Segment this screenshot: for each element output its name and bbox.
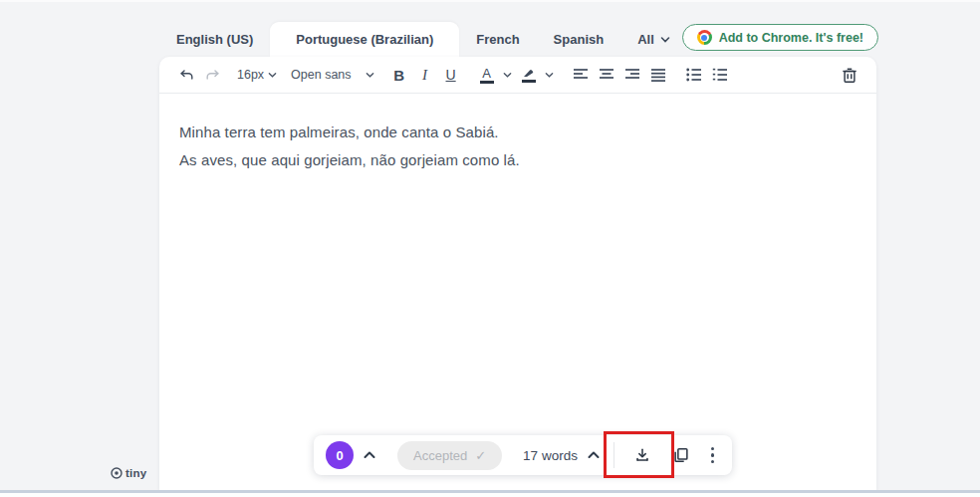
underline-button[interactable]: U	[438, 61, 464, 89]
suggestions-counter-badge[interactable]: 0	[326, 441, 354, 469]
tab-label: All	[637, 32, 654, 47]
accepted-label: Accepted	[413, 448, 467, 463]
tab-label: Portuguese (Brazilian)	[296, 32, 433, 47]
more-options-button[interactable]	[705, 447, 721, 464]
undo-button[interactable]	[173, 61, 199, 89]
download-button[interactable]	[627, 440, 657, 470]
font-size-dropdown[interactable]: 16px	[235, 61, 279, 89]
align-left-button[interactable]	[568, 61, 594, 89]
bullet-list-icon	[686, 68, 702, 82]
copy-icon	[672, 446, 690, 464]
tab-label: Spanish	[554, 32, 605, 47]
tab-all[interactable]: All	[620, 22, 687, 57]
highlighter-icon	[522, 67, 536, 83]
tiny-logo-icon	[111, 467, 122, 479]
tiny-branding: tiny	[111, 467, 146, 479]
status-bar: 0 Accepted ✓ 17 words	[314, 435, 732, 475]
text-color-icon: A	[480, 67, 494, 84]
delete-button[interactable]	[837, 61, 862, 89]
tab-english-us[interactable]: English (US)	[159, 22, 270, 57]
highlight-color-dropdown[interactable]	[542, 61, 558, 89]
text-color-button[interactable]: A	[474, 61, 500, 89]
chevron-down-icon	[268, 71, 277, 80]
tab-spanish[interactable]: Spanish	[537, 22, 621, 57]
tiny-label: tiny	[125, 467, 146, 479]
align-left-icon	[573, 68, 589, 82]
divider	[613, 442, 614, 468]
align-center-button[interactable]	[594, 61, 619, 89]
chevron-down-icon	[660, 35, 670, 45]
align-center-icon	[599, 68, 614, 82]
chrome-icon	[697, 30, 712, 45]
justify-button[interactable]	[645, 61, 671, 89]
page-bottom-strip	[0, 493, 980, 497]
copy-button[interactable]	[666, 440, 696, 470]
chevron-up-icon[interactable]	[363, 448, 376, 462]
trash-icon	[842, 67, 858, 84]
editor-paragraph: As aves, que aqui gorjeiam, não gorjeiam…	[179, 151, 857, 168]
chevron-down-icon	[366, 71, 374, 80]
font-size-value: 16px	[237, 68, 264, 82]
highlight-color-button[interactable]	[516, 61, 542, 89]
font-family-dropdown[interactable]: Open sans	[289, 61, 375, 89]
accepted-button[interactable]: Accepted ✓	[397, 441, 502, 470]
word-count: 17 words	[523, 448, 578, 463]
align-right-button[interactable]	[619, 61, 645, 89]
editor-panel: 16px Open sans B I U A	[159, 57, 876, 490]
justify-icon	[650, 68, 666, 82]
tab-french[interactable]: French	[459, 22, 536, 57]
tab-label: English (US)	[176, 32, 253, 47]
align-right-icon	[624, 68, 640, 82]
chevron-down-icon	[503, 71, 512, 80]
redo-button[interactable]	[199, 61, 225, 89]
numbered-list-icon	[712, 68, 728, 82]
chevron-up-icon[interactable]	[587, 448, 601, 462]
add-to-chrome-button[interactable]: Add to Chrome. It's free!	[682, 24, 878, 51]
editor-paragraph: Minha terra tem palmeiras, onde canta o …	[179, 124, 857, 140]
font-family-value: Open sans	[291, 68, 351, 82]
add-to-chrome-label: Add to Chrome. It's free!	[719, 31, 863, 45]
chevron-down-icon	[545, 71, 554, 80]
tab-label: French	[476, 32, 519, 47]
tab-portuguese-brazilian[interactable]: Portuguese (Brazilian)	[270, 22, 459, 57]
check-icon: ✓	[475, 448, 486, 463]
text-color-dropdown[interactable]	[500, 61, 516, 89]
numbered-list-button[interactable]	[707, 61, 733, 89]
editor-content[interactable]: Minha terra tem palmeiras, onde canta o …	[159, 94, 876, 168]
editor-toolbar: 16px Open sans B I U A	[159, 57, 876, 94]
bullet-list-button[interactable]	[681, 61, 707, 89]
bold-button[interactable]: B	[386, 61, 412, 89]
italic-button[interactable]: I	[412, 61, 438, 89]
download-icon	[633, 446, 651, 464]
